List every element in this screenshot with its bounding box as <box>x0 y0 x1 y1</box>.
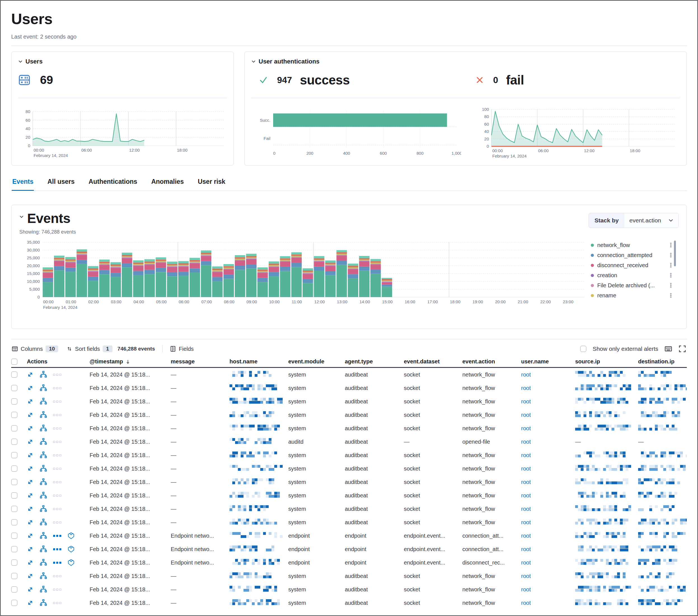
analyze-event-icon[interactable] <box>40 452 47 459</box>
endpoint-logo-icon[interactable] <box>68 532 75 539</box>
col-timestamp[interactable]: @timestamp <box>89 358 171 365</box>
user-name-link[interactable]: root <box>521 559 575 566</box>
chevron-down-icon[interactable] <box>18 59 23 64</box>
user-name-link[interactable]: root <box>521 573 575 579</box>
legend-item-connection-attempted[interactable]: connection_attempted <box>591 250 679 260</box>
col-event-action[interactable]: event.action <box>462 358 521 365</box>
more-actions-icon[interactable] <box>53 374 61 376</box>
col-user-name[interactable]: user.name <box>521 358 575 365</box>
more-actions-icon[interactable] <box>53 495 61 497</box>
analyze-event-icon[interactable] <box>40 492 47 499</box>
user-name-link[interactable]: root <box>521 439 575 445</box>
expand-event-icon[interactable] <box>27 385 33 391</box>
user-name-link[interactable]: root <box>521 385 575 391</box>
expand-event-icon[interactable] <box>27 465 33 472</box>
analyze-event-icon[interactable] <box>40 599 47 606</box>
expand-event-icon[interactable] <box>27 600 33 606</box>
legend-item-disconnect-received[interactable]: disconnect_received <box>591 260 679 270</box>
analyze-event-icon[interactable] <box>40 478 47 486</box>
user-name-link[interactable]: root <box>521 546 575 553</box>
legend-item-file-delete-archived-[interactable]: File Delete archived (... <box>591 280 679 290</box>
more-actions-icon[interactable] <box>53 508 61 510</box>
row-checkbox[interactable] <box>11 600 17 606</box>
user-name-link[interactable]: root <box>521 586 575 593</box>
chevron-down-icon[interactable] <box>19 215 24 219</box>
analyze-event-icon[interactable] <box>40 371 47 378</box>
more-actions-icon[interactable] <box>53 401 61 403</box>
col-source-ip[interactable]: source.ip <box>575 358 638 365</box>
tab-user-risk[interactable]: User risk <box>197 175 226 190</box>
expand-event-icon[interactable] <box>27 505 33 512</box>
expand-event-icon[interactable] <box>27 479 33 485</box>
legend-item-rename[interactable]: rename <box>591 290 679 300</box>
analyze-event-icon[interactable] <box>40 384 47 392</box>
col-agent-type[interactable]: agent.type <box>345 358 404 365</box>
keyboard-icon[interactable] <box>665 345 672 353</box>
analyze-event-icon[interactable] <box>40 425 47 432</box>
more-actions-icon[interactable] <box>53 575 61 577</box>
analyze-event-icon[interactable] <box>40 398 47 405</box>
row-checkbox[interactable] <box>11 492 17 499</box>
endpoint-logo-icon[interactable] <box>68 559 75 566</box>
user-name-link[interactable]: root <box>521 398 575 405</box>
more-actions-icon[interactable] <box>53 481 61 483</box>
col-event-module[interactable]: event.module <box>288 358 345 365</box>
legend-actions-icon[interactable] <box>670 263 671 268</box>
endpoint-logo-icon[interactable] <box>68 545 75 553</box>
row-checkbox[interactable] <box>11 533 17 539</box>
expand-event-icon[interactable] <box>27 492 33 499</box>
more-actions-icon[interactable] <box>53 428 61 429</box>
expand-event-icon[interactable] <box>27 398 33 405</box>
expand-event-icon[interactable] <box>27 546 33 553</box>
user-name-link[interactable]: root <box>521 519 575 526</box>
stack-by-select[interactable]: event.action <box>624 213 679 228</box>
external-alerts-checkbox[interactable] <box>580 346 586 352</box>
more-actions-icon[interactable] <box>53 535 61 537</box>
analyze-event-icon[interactable] <box>40 411 47 418</box>
user-name-link[interactable]: root <box>521 412 575 418</box>
row-checkbox[interactable] <box>11 519 17 525</box>
row-checkbox[interactable] <box>11 465 17 472</box>
expand-event-icon[interactable] <box>27 412 33 418</box>
legend-actions-icon[interactable] <box>670 293 671 298</box>
analyze-event-icon[interactable] <box>40 505 47 513</box>
analyze-event-icon[interactable] <box>40 586 47 593</box>
legend-scrollbar[interactable] <box>674 241 676 266</box>
user-name-link[interactable]: root <box>521 533 575 539</box>
expand-event-icon[interactable] <box>27 586 33 593</box>
row-checkbox[interactable] <box>11 439 17 445</box>
user-name-link[interactable]: root <box>521 452 575 459</box>
analyze-event-icon[interactable] <box>40 572 47 579</box>
expand-event-icon[interactable] <box>27 371 33 378</box>
expand-event-icon[interactable] <box>27 573 33 579</box>
tab-anomalies[interactable]: Anomalies <box>151 175 184 190</box>
expand-event-icon[interactable] <box>27 519 33 526</box>
analyze-event-icon[interactable] <box>40 438 47 445</box>
more-actions-icon[interactable] <box>53 548 61 550</box>
row-checkbox[interactable] <box>11 412 17 418</box>
more-actions-icon[interactable] <box>53 602 61 604</box>
user-name-link[interactable]: root <box>521 600 575 606</box>
legend-actions-icon[interactable] <box>670 283 671 288</box>
expand-event-icon[interactable] <box>27 425 33 432</box>
more-actions-icon[interactable] <box>53 468 61 470</box>
fullscreen-icon[interactable] <box>679 345 686 353</box>
tab-events[interactable]: Events <box>12 175 34 191</box>
user-name-link[interactable]: root <box>521 492 575 499</box>
expand-event-icon[interactable] <box>27 438 33 445</box>
row-checkbox[interactable] <box>11 425 17 431</box>
row-checkbox[interactable] <box>11 398 17 404</box>
analyze-event-icon[interactable] <box>40 545 47 553</box>
fields-button[interactable]: Fields <box>170 346 194 352</box>
analyze-event-icon[interactable] <box>40 465 47 472</box>
row-checkbox[interactable] <box>11 546 17 552</box>
tab-authentications[interactable]: Authentications <box>88 175 138 190</box>
row-checkbox[interactable] <box>11 452 17 458</box>
user-name-link[interactable]: root <box>521 465 575 472</box>
more-actions-icon[interactable] <box>53 562 61 564</box>
col-destination-ip[interactable]: destination.ip <box>638 358 687 365</box>
chevron-down-icon[interactable] <box>251 59 256 64</box>
tab-all-users[interactable]: All users <box>47 175 75 190</box>
row-checkbox[interactable] <box>11 573 17 579</box>
legend-actions-icon[interactable] <box>670 273 671 277</box>
